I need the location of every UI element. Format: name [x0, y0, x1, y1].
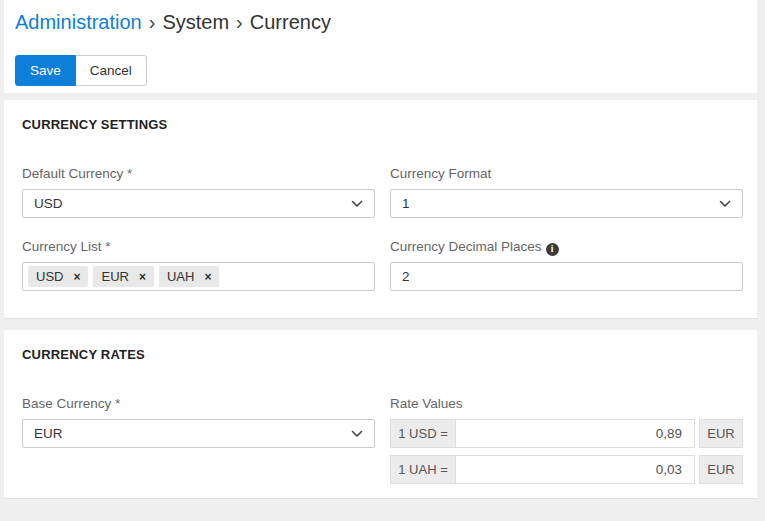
currency-tag-label: USD: [36, 269, 63, 284]
base-currency-value: EUR: [34, 426, 63, 441]
currency-settings-title: CURRENCY SETTINGS: [22, 117, 743, 132]
currency-tag: USD ×: [28, 266, 88, 287]
decimal-places-input[interactable]: [390, 262, 743, 291]
chevron-down-icon: [719, 200, 731, 208]
currency-format-label: Currency Format: [390, 166, 743, 182]
currency-settings-panel: CURRENCY SETTINGS Default Currency * USD…: [4, 100, 757, 318]
currency-format-value: 1: [402, 196, 410, 211]
currency-tag: EUR ×: [93, 266, 153, 287]
breadcrumb-currency: Currency: [250, 11, 331, 33]
default-currency-label: Default Currency *: [22, 166, 375, 182]
remove-tag-icon[interactable]: ×: [73, 271, 80, 283]
breadcrumb-separator: ›: [229, 11, 250, 33]
remove-tag-icon[interactable]: ×: [139, 271, 146, 283]
breadcrumb-system: System: [162, 11, 229, 33]
rate-uah-prefix: 1 UAH =: [390, 455, 456, 484]
currency-tag: UAH ×: [159, 266, 219, 287]
rate-row-uah: 1 UAH = EUR: [390, 455, 743, 484]
rate-values-label: Rate Values: [390, 396, 743, 412]
chevron-down-icon: [351, 200, 363, 208]
remove-tag-icon[interactable]: ×: [204, 271, 211, 283]
rate-uah-input[interactable]: [456, 455, 695, 484]
currency-rates-title: CURRENCY RATES: [22, 347, 743, 362]
save-button[interactable]: Save: [15, 55, 76, 86]
toolbar: Save Cancel: [15, 55, 147, 86]
default-currency-select[interactable]: USD: [22, 189, 375, 218]
currency-rates-panel: CURRENCY RATES Base Currency * EUR Rate …: [4, 330, 757, 498]
info-icon[interactable]: i: [546, 243, 559, 256]
page-header: Administration›System›Currency Save Canc…: [4, 0, 757, 93]
base-currency-label: Base Currency *: [22, 396, 375, 412]
base-currency-select[interactable]: EUR: [22, 419, 375, 448]
currency-list-label: Currency List *: [22, 239, 375, 255]
rate-usd-suffix: EUR: [699, 419, 743, 448]
breadcrumb-administration-link[interactable]: Administration: [15, 11, 142, 33]
rate-uah-suffix: EUR: [699, 455, 743, 484]
rate-row-usd: 1 USD = EUR: [390, 419, 743, 448]
breadcrumb: Administration›System›Currency: [15, 11, 331, 34]
breadcrumb-separator: ›: [142, 11, 163, 33]
currency-format-select[interactable]: 1: [390, 189, 743, 218]
cancel-button[interactable]: Cancel: [76, 55, 147, 86]
default-currency-value: USD: [34, 196, 63, 211]
rate-usd-input[interactable]: [456, 419, 695, 448]
decimal-places-label: Currency Decimal Placesi: [390, 239, 743, 255]
chevron-down-icon: [351, 430, 363, 438]
currency-list-input[interactable]: USD × EUR × UAH ×: [22, 262, 375, 291]
currency-tag-label: UAH: [167, 269, 194, 284]
rate-usd-prefix: 1 USD =: [390, 419, 456, 448]
currency-tag-label: EUR: [101, 269, 128, 284]
